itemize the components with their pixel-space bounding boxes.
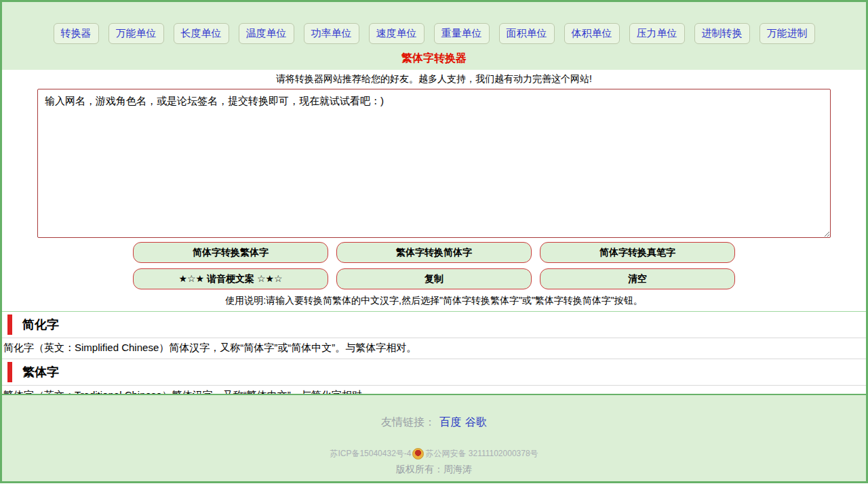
promo-text: 请将转换器网站推荐给您的好友。越多人支持，我们越有动力完善这个网站! [2, 70, 866, 88]
nav-item-temperature-unit[interactable]: 温度单位 [239, 23, 294, 44]
public-security-link[interactable]: 苏公网安备 32111102000378号 [425, 448, 538, 460]
section-heading-traditional: 繁体字 [2, 359, 866, 386]
nav-item-universal-unit[interactable]: 万能单位 [108, 23, 164, 44]
action-buttons: 简体字转换繁体字 繁体字转换简体字 简体字转换真笔字 ★☆★ 谐音梗文案 ☆★☆… [133, 242, 735, 289]
baidu-link[interactable]: 百度 [439, 416, 461, 428]
section-heading-simplified: 简化字 [2, 312, 866, 338]
red-bar-icon [7, 362, 12, 382]
simplified-to-zhenbi-button[interactable]: 简体字转换真笔字 [540, 242, 735, 263]
nav-item-power-unit[interactable]: 功率单位 [304, 23, 359, 44]
header: 转换器 万能单位 长度单位 温度单位 功率单位 速度单位 重量单位 面积单位 体… [2, 2, 866, 70]
usage-instructions: 使用说明:请输入要转换简繁体的中文汉字,然后选择"简体字转换繁体字"或"繁体字转… [2, 295, 866, 307]
section-description-simplified: 简化字（英文：Simplified Chinese）简体汉字，又称“简体字”或“… [2, 338, 866, 359]
homophone-meme-button[interactable]: ★☆★ 谐音梗文案 ☆★☆ [133, 268, 328, 289]
nav-item-base-conversion[interactable]: 进制转换 [694, 23, 750, 44]
nav-item-universal-base[interactable]: 万能进制 [760, 23, 815, 44]
section-title: 简化字 [22, 317, 59, 333]
icp-line: 苏ICP备15040432号-4 苏公网安备 32111102000378号 [2, 448, 866, 460]
top-nav: 转换器 万能单位 长度单位 温度单位 功率单位 速度单位 重量单位 面积单位 体… [2, 23, 866, 44]
section-title: 繁体字 [22, 364, 59, 380]
conversion-input[interactable]: 输入网名，游戏角色名，或是论坛签名，提交转换即可，现在就试试看吧：) [37, 89, 831, 238]
footer: 友情链接：百度谷歌 苏ICP备15040432号-4 苏公网安备 3211110… [2, 394, 866, 481]
red-bar-icon [7, 314, 12, 335]
nav-item-speed-unit[interactable]: 速度单位 [369, 23, 425, 44]
action-row-2: ★☆★ 谐音梗文案 ☆★☆ 复制 清空 [133, 268, 735, 289]
copy-button[interactable]: 复制 [336, 268, 532, 289]
info-sections: 简化字 简化字（英文：Simplified Chinese）简体汉字，又称“简体… [2, 311, 866, 407]
friend-links: 友情链接：百度谷歌 [2, 395, 866, 430]
nav-item-pressure-unit[interactable]: 压力单位 [629, 23, 685, 44]
nav-item-weight-unit[interactable]: 重量单位 [434, 23, 490, 44]
nav-item-volume-unit[interactable]: 体积单位 [564, 23, 620, 44]
main-content: 请将转换器网站推荐给您的好友。越多人支持，我们越有动力完善这个网站! 输入网名，… [2, 70, 866, 407]
simplified-to-traditional-button[interactable]: 简体字转换繁体字 [133, 242, 328, 263]
action-row-1: 简体字转换繁体字 繁体字转换简体字 简体字转换真笔字 [133, 242, 735, 263]
friend-links-label: 友情链接： [381, 416, 435, 428]
clear-button[interactable]: 清空 [540, 268, 735, 289]
nav-item-area-unit[interactable]: 面积单位 [499, 23, 555, 44]
page: 转换器 万能单位 长度单位 温度单位 功率单位 速度单位 重量单位 面积单位 体… [0, 0, 868, 483]
google-link[interactable]: 谷歌 [465, 416, 487, 428]
traditional-to-simplified-button[interactable]: 繁体字转换简体字 [336, 242, 532, 263]
nav-item-converter[interactable]: 转换器 [54, 23, 99, 44]
nav-item-length-unit[interactable]: 长度单位 [174, 23, 229, 44]
icp-license-link[interactable]: 苏ICP备15040432号-4 [330, 448, 411, 460]
page-title: 繁体字转换器 [2, 52, 866, 66]
copyright-text: 版权所有：周海涛 [2, 464, 866, 476]
police-badge-icon [412, 448, 424, 460]
